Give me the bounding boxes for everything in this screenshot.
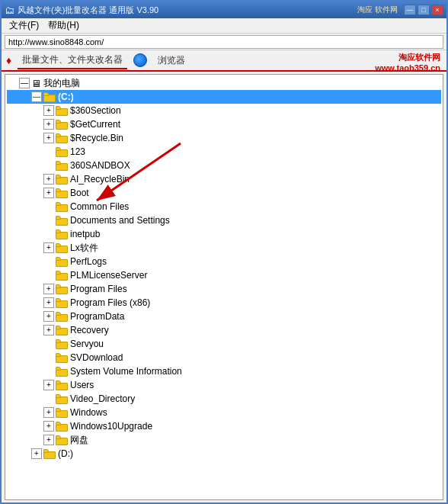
label-recovery: Recovery xyxy=(70,325,109,335)
tree-toggle-airecycle[interactable]: + xyxy=(43,174,54,185)
tree-node-videodir[interactable]: Video_Directory xyxy=(7,392,441,406)
tree-node-d-drive[interactable]: + (D:) xyxy=(7,447,441,461)
tree-toggle-netdisk[interactable]: + xyxy=(43,435,54,445)
tree-toggle-mypc[interactable]: — xyxy=(19,78,30,88)
label-svdownload: SVDownload xyxy=(70,352,123,363)
label-servyou: Servyou xyxy=(70,339,104,349)
mypc-label: 我的电脑 xyxy=(43,77,80,90)
label-360sandbox: 360SANDBOX xyxy=(70,160,130,171)
window-controls: — □ × xyxy=(404,5,443,15)
minimize-button[interactable]: — xyxy=(404,5,416,15)
label-lxsoftware: Lx软件 xyxy=(70,242,98,255)
globe-icon xyxy=(133,53,147,67)
tree-node-plmlicense[interactable]: PLMLicenseServer xyxy=(7,268,441,282)
tree-node-servyou[interactable]: Servyou xyxy=(7,337,441,351)
tree-toggle-programdata[interactable]: + xyxy=(43,311,54,322)
title-bar: 🗂 风越文件(夹)批量改名器 通用版 V3.90 淘应 软件网 — □ × xyxy=(2,2,446,18)
tree-node-getcurrent[interactable]: + $GetCurrent xyxy=(7,117,441,131)
tree-node-programfiles86[interactable]: + Program Files (x86) xyxy=(7,296,441,310)
tree-toggle-perflogs xyxy=(43,256,54,267)
folder-icon-programdata xyxy=(56,312,68,322)
tree-toggle-inetpub xyxy=(43,229,54,239)
tree-node-123[interactable]: 123 xyxy=(7,145,441,159)
tree-node-netdisk[interactable]: + 网盘 xyxy=(7,433,441,447)
app-title: 风越文件(夹)批量改名器 通用版 V3.90 xyxy=(18,5,357,16)
folder-icon-perflogs xyxy=(56,257,68,267)
folder-icon-svdownload xyxy=(56,353,68,363)
close-button[interactable]: × xyxy=(431,5,443,15)
tree-toggle-plmlicense xyxy=(43,270,54,281)
tree-toggle-users[interactable]: + xyxy=(43,380,54,390)
tree-toggle-commonfiles xyxy=(43,201,54,212)
menu-bar: 文件(F) 帮助(H) xyxy=(2,18,446,34)
folder-icon-netdisk xyxy=(56,435,68,445)
folder-icon-windows xyxy=(56,408,68,418)
tree-toggle-getcurrent[interactable]: + xyxy=(43,119,54,130)
folder-icon-videodir xyxy=(56,394,68,404)
toolbar-tab2-label[interactable]: 浏览器 xyxy=(153,53,190,69)
c-drive-folder-icon xyxy=(43,92,56,102)
folder-icon-sysvolinfo xyxy=(56,367,68,377)
menu-file[interactable]: 文件(F) xyxy=(5,18,43,34)
tree-node-lxsoftware[interactable]: + Lx软件 xyxy=(7,241,441,255)
tree-toggle-360section[interactable]: + xyxy=(43,105,54,116)
tree-toggle-c[interactable]: — xyxy=(31,91,42,102)
folder-icon-boot xyxy=(56,188,68,198)
tree-node-windows[interactable]: + Windows xyxy=(7,406,441,419)
tree-toggle-lxsoftware[interactable]: + xyxy=(43,242,54,253)
tree-toggle-servyou xyxy=(43,339,54,349)
tree-toggle-programfiles[interactable]: + xyxy=(43,284,54,294)
tree-node-users[interactable]: + Users xyxy=(7,378,441,392)
label-windows: Windows xyxy=(70,407,107,418)
tree-toggle-recycle[interactable]: + xyxy=(43,133,54,143)
label-plmlicense: PLMLicenseServer xyxy=(70,270,147,281)
tree-node-svdownload[interactable]: SVDownload xyxy=(7,351,441,364)
tree-toggle-d[interactable]: + xyxy=(31,448,42,459)
tree-toggle-recovery[interactable]: + xyxy=(43,325,54,335)
tree-node-360sandbox[interactable]: 360SANDBOX xyxy=(7,159,441,172)
tree-node-recovery[interactable]: + Recovery xyxy=(7,323,441,337)
tree-node-mypc[interactable]: — 🖥 我的电脑 xyxy=(7,76,441,90)
tree-toggle-win10upgrade[interactable]: + xyxy=(43,421,54,432)
tree-toggle-programfiles86[interactable]: + xyxy=(43,297,54,308)
label-inetpub: inetpub xyxy=(70,229,100,239)
c-drive-children: + $360Section + xyxy=(7,104,441,447)
label-360section: $360Section xyxy=(70,105,121,116)
label-sysvolinfo: System Volume Information xyxy=(70,366,182,377)
tree-node-commonfiles[interactable]: Common Files xyxy=(7,200,441,213)
tree-node-airecycle[interactable]: + AI_RecycleBin xyxy=(7,172,441,186)
folder-icon-users xyxy=(56,380,68,390)
folder-icon-plmlicense xyxy=(56,271,68,281)
label-perflogs: PerfLogs xyxy=(70,256,107,267)
tree-toggle-windows[interactable]: + xyxy=(43,407,54,418)
tree-toggle-docs xyxy=(43,215,54,226)
toolbar-tab1-label[interactable]: 批量文件、文件夹改名器 xyxy=(18,52,127,69)
tree-toggle-boot[interactable]: + xyxy=(43,188,54,198)
tree-node-inetpub[interactable]: inetpub xyxy=(7,227,441,241)
tree-node-c-drive[interactable]: — (C:) xyxy=(7,90,441,104)
tree-node-perflogs[interactable]: PerfLogs xyxy=(7,255,441,268)
subtitle: 淘应 软件网 xyxy=(357,5,398,15)
tree-node-win10upgrade[interactable]: + Windows10Upgrade xyxy=(7,419,441,433)
tree-node-boot[interactable]: + Boot xyxy=(7,186,441,200)
tree-node-recycle[interactable]: + $Recycle.Bin xyxy=(7,131,441,145)
tree-node-docs[interactable]: Documents and Settings xyxy=(7,213,441,227)
folder-icon-lxsoftware xyxy=(56,243,68,253)
tree-node-360section[interactable]: + $360Section xyxy=(7,104,441,117)
folder-icon-360section xyxy=(56,106,68,116)
folder-icon-programfiles xyxy=(56,284,68,294)
folder-icon-win10upgrade xyxy=(56,422,68,432)
folder-icon-d xyxy=(43,449,56,459)
tree-toggle-sysvolinfo xyxy=(43,366,54,377)
menu-help[interactable]: 帮助(H) xyxy=(43,18,84,34)
url-input[interactable] xyxy=(5,35,443,49)
tree-node-programdata[interactable]: + ProgramData xyxy=(7,310,441,323)
mypc-icon: 🖥 xyxy=(31,78,41,89)
tree-node-programfiles[interactable]: + Program Files xyxy=(7,282,441,296)
label-airecycle: AI_RecycleBin xyxy=(70,174,130,185)
c-drive-label: (C:) xyxy=(58,91,74,102)
tree-toggle-360sandbox xyxy=(43,160,54,171)
tree-node-sysvolinfo[interactable]: System Volume Information xyxy=(7,364,441,378)
maximize-button[interactable]: □ xyxy=(418,5,430,15)
label-getcurrent: $GetCurrent xyxy=(70,119,120,130)
